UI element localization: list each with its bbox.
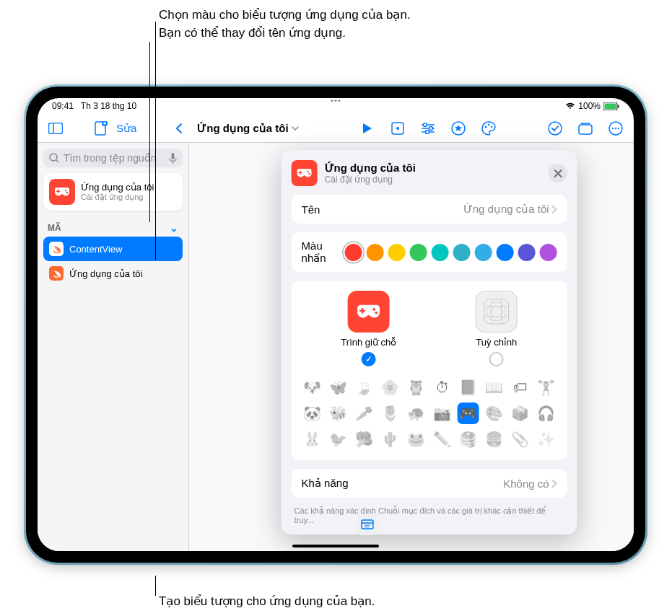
color-swatch[interactable] (432, 244, 449, 261)
footer-note: Các khả năng xác định Chuỗi mục đích và … (292, 506, 567, 524)
icon-grid-cell[interactable]: 🥦 (354, 428, 375, 450)
color-swatch[interactable] (540, 244, 557, 261)
edit-button[interactable]: Sửa (116, 122, 136, 135)
icon-grid-cell[interactable]: ⏱ (432, 377, 453, 398)
icon-grid-cell[interactable]: 🐸 (406, 428, 427, 450)
multitasking-icon[interactable] (331, 100, 341, 102)
svg-point-24 (50, 154, 57, 161)
color-swatch[interactable] (367, 244, 384, 261)
more-circle-icon[interactable] (608, 120, 624, 136)
svg-rect-40 (484, 299, 509, 324)
icon-grid-cell[interactable]: 🎮 (458, 402, 479, 424)
svg-point-33 (308, 173, 310, 175)
icon-grid-cell[interactable]: 🌸 (380, 377, 401, 398)
icon-grid-cell[interactable]: 🏋 (536, 377, 557, 398)
custom-option[interactable]: Tuỳ chỉnh (476, 291, 518, 366)
screen: 09:41 Th 3 18 thg 10 100% (38, 98, 634, 551)
color-swatch[interactable] (518, 244, 536, 261)
app-settings-card[interactable]: Ứng dụng của tôi Cài đặt ứng dụng (43, 173, 183, 211)
icon-grid-cell[interactable]: 🎨 (484, 402, 505, 424)
palette-icon[interactable] (481, 120, 497, 136)
color-swatch[interactable] (388, 244, 406, 261)
svg-point-17 (491, 126, 493, 128)
svg-point-37 (375, 312, 378, 314)
color-swatch[interactable] (345, 244, 362, 261)
svg-rect-3 (49, 123, 63, 133)
sidebar-toggle-icon[interactable] (48, 120, 64, 136)
icon-grid-cell[interactable]: 📕 (458, 377, 479, 398)
icon-grid-cell[interactable]: ✨ (536, 428, 557, 450)
color-swatches (345, 244, 557, 261)
icon-grid-cell[interactable]: 🌷 (380, 402, 401, 424)
icon-grid-cell[interactable]: 🐦 (328, 428, 349, 450)
color-swatch[interactable] (475, 244, 492, 261)
svg-rect-26 (172, 153, 175, 159)
icon-grid-cell[interactable]: 🐢 (406, 402, 427, 424)
svg-rect-39 (362, 308, 363, 314)
capability-row[interactable]: Khả năng Không có (292, 469, 567, 498)
stop-icon[interactable] (390, 120, 406, 136)
search-icon (49, 153, 59, 163)
icon-grid-cell[interactable]: 🍔 (484, 428, 505, 450)
back-chevron-icon[interactable] (175, 123, 183, 134)
color-swatch[interactable] (453, 244, 471, 261)
app-card-title: Ứng dụng của tôi (81, 182, 154, 193)
icon-grid-cell[interactable]: 📎 (510, 428, 531, 450)
icon-grid-cell[interactable]: 🥕 (354, 402, 375, 424)
svg-point-32 (307, 171, 308, 172)
svg-point-21 (612, 127, 614, 128)
icon-grid-cell[interactable]: 📦 (510, 402, 531, 424)
status-time: 09:41 (52, 101, 74, 111)
callout-line (155, 576, 156, 596)
settings-sliders-icon[interactable] (420, 120, 436, 136)
check-circle-icon[interactable] (547, 120, 563, 136)
radio-unchecked[interactable] (489, 352, 504, 366)
svg-point-18 (549, 122, 562, 135)
add-file-icon[interactable] (93, 120, 109, 136)
icon-grid-cell[interactable]: 🐝 (328, 402, 349, 424)
close-button[interactable] (549, 164, 567, 182)
icon-grid-cell[interactable]: 🥞 (458, 428, 479, 450)
wifi-icon (565, 102, 575, 110)
icon-grid-cell[interactable]: 🌵 (380, 428, 401, 450)
modal-header: Ứng dụng của tôi Cài đặt ứng dụng (292, 160, 567, 186)
color-swatch[interactable] (410, 244, 427, 261)
color-swatch[interactable] (497, 244, 514, 261)
search-input[interactable]: Tìm trong tệp nguồn (43, 149, 183, 167)
modal-title: Ứng dụng của tôi (325, 162, 416, 175)
toolbar-title[interactable]: Ứng dụng của tôi (197, 122, 298, 135)
icon-grid-cell[interactable]: 🦋 (328, 377, 349, 398)
code-section-header[interactable]: MÃ ⌄ (43, 219, 183, 237)
chevron-down-icon: ⌄ (170, 222, 178, 234)
file-row-app[interactable]: Ứng dụng của tôi (43, 261, 183, 286)
icon-grid-cell[interactable]: 🦉 (406, 377, 427, 398)
name-setting-row[interactable]: Tên Ứng dụng của tôi (292, 195, 567, 224)
icon-grid-cell[interactable]: 🐼 (302, 402, 323, 424)
home-indicator[interactable] (292, 545, 379, 547)
callout-color: Chọn màu cho biểu tượng ứng dụng của bạn… (159, 7, 657, 22)
mic-icon[interactable] (169, 153, 177, 164)
file-row-contentview[interactable]: ContentView (43, 237, 183, 261)
star-circle-icon[interactable] (450, 120, 466, 136)
play-icon[interactable] (359, 120, 375, 136)
svg-point-29 (66, 192, 68, 193)
svg-point-11 (429, 126, 433, 130)
svg-point-15 (485, 126, 487, 128)
sidebar: Tìm trong tệp nguồn Ứng dụng của tôi Cài… (38, 143, 189, 551)
preview-icon[interactable] (357, 514, 378, 535)
icon-grid-cell[interactable]: 📷 (432, 402, 453, 424)
icon-grid-cell[interactable]: 🐰 (302, 428, 323, 450)
icon-grid-cell[interactable]: 🐶 (302, 377, 323, 398)
icon-grid-cell[interactable]: ✏️ (432, 428, 453, 450)
svg-point-28 (65, 190, 66, 191)
svg-point-45 (487, 302, 506, 321)
icon-grid-cell[interactable]: 🎧 (536, 402, 557, 424)
icon-grid-cell[interactable]: 📖 (484, 377, 505, 398)
library-icon[interactable] (577, 120, 593, 136)
placeholder-option[interactable]: Trình giữ chỗ (341, 291, 396, 366)
radio-checked[interactable] (362, 352, 376, 366)
custom-icon-placeholder (476, 291, 518, 333)
main-area: Tìm trong tệp nguồn Ứng dụng của tôi Cài… (38, 143, 634, 551)
icon-grid-cell[interactable]: 🏷 (510, 377, 531, 398)
icon-grid-cell[interactable]: 🍃 (354, 377, 375, 398)
